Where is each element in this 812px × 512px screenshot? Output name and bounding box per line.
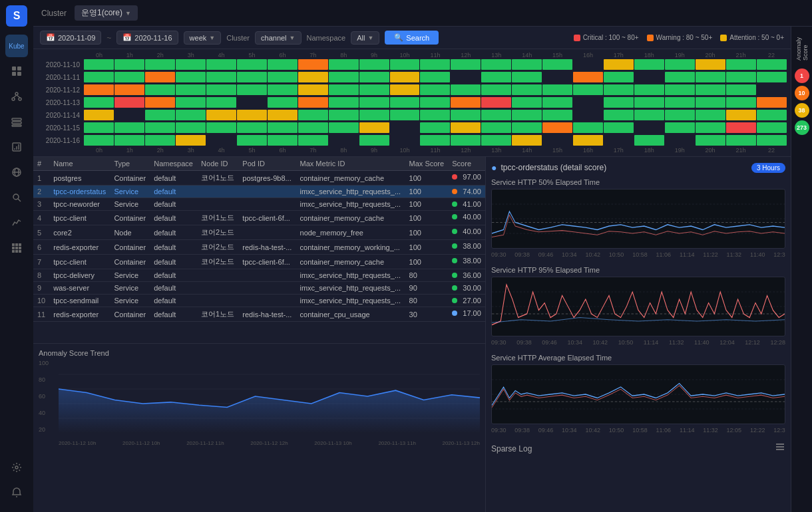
- heatmap-cell[interactable]: [114, 122, 144, 133]
- heatmap-cell[interactable]: [237, 97, 267, 108]
- heatmap-cell[interactable]: [329, 122, 359, 133]
- heatmap-cell[interactable]: [420, 135, 450, 146]
- table-row[interactable]: 2tpcc-orderstatusServicedefaultimxc_serv…: [33, 186, 485, 198]
- heatmap-cell[interactable]: [420, 97, 450, 108]
- heatmap-cell[interactable]: [390, 84, 420, 95]
- heatmap-cell[interactable]: [114, 72, 144, 82]
- heatmap-cell[interactable]: [481, 84, 511, 95]
- heatmap-cell[interactable]: [390, 122, 420, 133]
- heatmap-cell[interactable]: [268, 110, 298, 120]
- heatmap-cell[interactable]: [298, 97, 328, 108]
- heatmap-cell[interactable]: [145, 84, 175, 95]
- sidebar-item-kube[interactable]: Kube: [5, 35, 28, 57]
- table-row[interactable]: 5core2Nodedefault코어2노드node_memory_free10…: [33, 225, 485, 240]
- date-from-input[interactable]: 📅 2020-11-09: [40, 31, 101, 45]
- sidebar-item-metrics[interactable]: [5, 136, 28, 158]
- sidebar-item-dashboard[interactable]: [5, 60, 28, 82]
- heatmap-row[interactable]: 2020-11-12: [37, 84, 787, 96]
- heatmap-cell[interactable]: [512, 84, 542, 95]
- heatmap-cell[interactable]: [237, 122, 267, 133]
- table-row[interactable]: 10tpcc-sendmailServicedefaultimxc_servic…: [33, 295, 485, 307]
- heatmap-cell[interactable]: [359, 59, 389, 70]
- heatmap-cell[interactable]: [206, 59, 236, 70]
- heatmap-cell[interactable]: [512, 59, 542, 70]
- heatmap-cell[interactable]: [268, 97, 298, 108]
- heatmap-cell[interactable]: [359, 135, 389, 146]
- heatmap-cell[interactable]: [604, 97, 634, 108]
- heatmap-cell[interactable]: [634, 135, 664, 146]
- heatmap-cell[interactable]: [726, 59, 756, 70]
- heatmap-cell[interactable]: [604, 59, 634, 70]
- heatmap-cell[interactable]: [145, 97, 175, 108]
- heatmap-cell[interactable]: [757, 72, 787, 82]
- heatmap-cell[interactable]: [359, 72, 389, 82]
- heatmap-row[interactable]: 2020-11-11: [37, 71, 787, 83]
- heatmap-cell[interactable]: [84, 97, 114, 108]
- heatmap-cell[interactable]: [145, 110, 175, 120]
- date-to-input[interactable]: 📅 2020-11-16: [116, 31, 178, 45]
- heatmap-cell[interactable]: [145, 135, 175, 146]
- heatmap-cell[interactable]: [481, 110, 511, 120]
- heatmap-cell[interactable]: [573, 97, 603, 108]
- heatmap-cell[interactable]: [298, 59, 328, 70]
- heatmap-cell[interactable]: [298, 72, 328, 82]
- heatmap-cell[interactable]: [573, 84, 603, 95]
- sparse-log-icon[interactable]: [775, 442, 785, 453]
- heatmap-cell[interactable]: [390, 72, 420, 82]
- heatmap-cell[interactable]: [757, 122, 787, 133]
- heatmap-cell[interactable]: [84, 110, 114, 120]
- heatmap-cell[interactable]: [604, 72, 634, 82]
- heatmap-cell[interactable]: [298, 135, 328, 146]
- heatmap-cell[interactable]: [481, 59, 511, 70]
- heatmap-cell[interactable]: [665, 135, 695, 146]
- heatmap-cell[interactable]: [359, 110, 389, 120]
- sidebar-item-chart[interactable]: [5, 211, 28, 234]
- heatmap-cell[interactable]: [451, 59, 481, 70]
- heatmap-cell[interactable]: [420, 84, 450, 95]
- heatmap-cell[interactable]: [390, 59, 420, 70]
- anomaly-badge-normal[interactable]: 273: [795, 120, 809, 135]
- heatmap-cell[interactable]: [665, 97, 695, 108]
- heatmap-row[interactable]: 2020-11-15: [37, 122, 787, 134]
- cluster-select[interactable]: channel ▼: [255, 31, 301, 45]
- heatmap-cell[interactable]: [114, 59, 144, 70]
- heatmap-cell[interactable]: [390, 135, 420, 146]
- heatmap-cell[interactable]: [329, 59, 359, 70]
- heatmap-cell[interactable]: [206, 110, 236, 120]
- heatmap-cell[interactable]: [145, 72, 175, 82]
- heatmap-cell[interactable]: [359, 84, 389, 95]
- heatmap-cell[interactable]: [696, 135, 725, 146]
- heatmap-cell[interactable]: [268, 135, 298, 146]
- heatmap-cell[interactable]: [542, 110, 572, 120]
- heatmap-cell[interactable]: [573, 72, 603, 82]
- heatmap-cell[interactable]: [634, 59, 664, 70]
- heatmap-cell[interactable]: [542, 135, 572, 146]
- sidebar-item-settings[interactable]: [5, 456, 28, 479]
- anomaly-badge-critical[interactable]: 1: [795, 68, 809, 83]
- heatmap-cell[interactable]: [329, 72, 359, 82]
- heatmap-cell[interactable]: [237, 110, 267, 120]
- heatmap-cell[interactable]: [451, 97, 481, 108]
- heatmap-cell[interactable]: [573, 135, 603, 146]
- heatmap-cell[interactable]: [451, 72, 481, 82]
- heatmap-cell[interactable]: [757, 97, 787, 108]
- heatmap-cell[interactable]: [268, 59, 298, 70]
- heatmap-cell[interactable]: [145, 59, 175, 70]
- heatmap-cell[interactable]: [390, 110, 420, 120]
- heatmap-cell[interactable]: [696, 110, 725, 120]
- table-row[interactable]: 1postgresContainerdefault코어1노드postgres-9…: [33, 171, 485, 186]
- heatmap-row[interactable]: 2020-11-13: [37, 96, 787, 108]
- heatmap-cell[interactable]: [696, 122, 725, 133]
- heatmap-cell[interactable]: [481, 72, 511, 82]
- heatmap-row[interactable]: 2020-11-14: [37, 109, 787, 121]
- heatmap-cell[interactable]: [114, 110, 144, 120]
- heatmap-cell[interactable]: [84, 59, 114, 70]
- table-row[interactable]: 9was-serverServicedefaultimxc_service_ht…: [33, 282, 485, 295]
- heatmap-cell[interactable]: [512, 72, 542, 82]
- heatmap-cell[interactable]: [329, 135, 359, 146]
- heatmap-cell[interactable]: [512, 122, 542, 133]
- heatmap-cell[interactable]: [298, 122, 328, 133]
- sidebar-item-bell[interactable]: [5, 481, 28, 504]
- anomaly-badge-attention[interactable]: 38: [795, 103, 809, 118]
- heatmap-cell[interactable]: [604, 84, 634, 95]
